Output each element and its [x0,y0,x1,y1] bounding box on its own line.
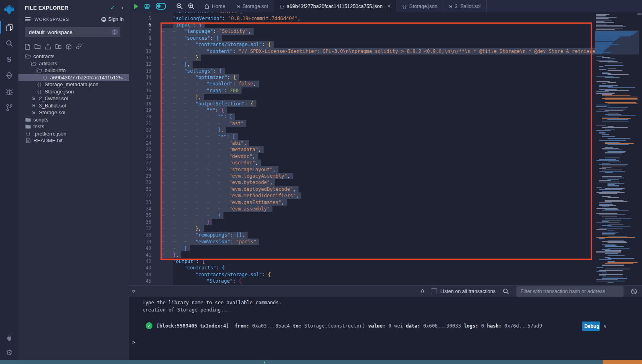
code-token: "remappings" [195,232,230,238]
settings-gear-icon[interactable]: ⚙ [0,345,18,360]
tab-storage-sol[interactable]: SStorage.sol [231,0,274,12]
line-number: 37 [129,226,151,231]
code-token: "abi" [229,140,244,146]
tree-item--prettierrc-json[interactable]: {}.prettierrc.json [18,130,129,138]
indent: →→ [162,68,184,73]
code-line: 19→→→→"*": { [129,107,595,113]
tree-item-storage-sol[interactable]: SStorage.sol [18,109,129,116]
link-icon[interactable] [76,44,82,50]
tree-item-2-owner-sol[interactable]: S2_Owner.sol [18,95,129,102]
tree-item-storage-json[interactable]: {}Storage.json [18,88,129,95]
git-icon[interactable] [0,99,18,115]
tree-item-artifacts[interactable]: artifacts [18,60,129,67]
code-token: [ [232,134,235,140]
terminal-search-icon[interactable] [503,288,509,295]
run-script-button[interactable] [134,4,138,9]
search-icon[interactable] [0,35,18,51]
tree-item-contracts[interactable]: contracts [18,53,129,60]
minimap-line [596,222,620,223]
code-editor[interactable]: 4"solcVersion": "0.8.19",5"solcLongVersi… [129,12,642,285]
tab-3-ballot-sol[interactable]: S3_Ballot.sol [443,0,487,12]
tab-storage-json[interactable]: {}Storage.json [396,0,443,12]
line-number: 17 [129,94,151,100]
listen-checkbox[interactable] [431,288,437,294]
close-tab-icon[interactable]: × [387,3,390,9]
debug-button[interactable]: Debug [582,322,600,331]
tree-item-tests[interactable]: tests [18,123,129,130]
minimap-line [595,40,615,41]
hamburger-menu-icon[interactable] [25,17,30,22]
remix-logo-icon[interactable] [0,0,18,19]
clear-console-icon[interactable] [631,288,637,295]
file-explorer-icon[interactable] [0,19,18,35]
tree-item-readme-txt[interactable]: README.txt [18,137,129,144]
code-line: 7→→"language": "Solidity", [129,28,595,34]
minimap-line [607,197,619,198]
line-number: 44 [129,272,151,277]
code-line: 24→→→→→→"abi", [129,140,595,146]
minimap[interactable] [595,13,639,285]
tree-item-build-info[interactable]: build-info [18,67,129,74]
tab-a69b43f277ba20fcac141151250ca755-json[interactable]: {}a69b43f277ba20fcac141151250ca755.json× [274,0,397,12]
tree-item-label: .prettierrc.json [33,131,66,137]
upload-file-icon[interactable] [45,44,51,50]
code-token: { [221,107,224,113]
minimap-line [602,72,609,73]
code-token: "solcVersion" [173,12,211,14]
terminal-expand-icon[interactable]: » [131,289,137,293]
sign-in-button[interactable]: Sign in [101,16,124,22]
code-token: : [262,272,268,277]
ai-assistant-icon[interactable] [143,3,151,10]
tree-item-scripts[interactable]: scripts [18,116,129,123]
code-token: : [245,101,250,107]
transaction-log-row[interactable]: ✓ [block:5583405 txIndex:4] from: 0xa03.… [146,322,642,329]
workspace-dropdown[interactable]: default_workspace ▴▾ [25,27,120,37]
tx-expand-chevron-icon[interactable]: ∨ [603,323,607,329]
new-file-icon[interactable] [25,44,30,50]
status-bar [0,360,642,364]
scrollbar-thumb[interactable] [637,13,642,15]
zoom-in-icon[interactable] [188,3,195,10]
new-folder-icon[interactable] [35,44,41,50]
upload-folder-icon[interactable] [55,44,61,50]
editor-tabs: HomeSStorage.sol{}a69b43f277ba20fcac1411… [199,0,642,12]
minimap-line [607,248,630,249]
indent: →→→ [162,239,195,244]
tree-item-3-ballot-sol[interactable]: S3_Ballot.sol [18,102,129,109]
listen-all-transactions[interactable]: Listen on all transactions [431,288,496,294]
terminal-prompt[interactable]: > [132,340,642,345]
line-number: 45 [129,278,151,284]
code-token: "input" [173,22,193,28]
minimap-line [605,77,620,78]
tab-home[interactable]: Home [199,0,231,12]
plugin-manager-icon[interactable] [0,331,18,345]
tree-item-a69b43f277ba20fcac141151250ca7-[interactable]: {}a69b43f277ba20fcac141151250ca7... [18,74,129,81]
chevron-right-icon[interactable]: › [122,4,124,11]
minimap-line [605,114,622,115]
minimap-line [602,163,610,164]
toolbar-divider [171,3,171,10]
minimap-line [602,166,626,166]
ai-toggle[interactable] [156,3,166,10]
indent: →→→→ [162,49,207,54]
minimap-line [596,17,617,18]
minimap-line [596,130,611,131]
editor-scrollbar[interactable] [639,12,642,285]
line-number: 40 [129,245,151,251]
minimap-line [602,127,628,128]
line-number: 29 [129,173,151,179]
code-line: 5"solcLongVersion": "0.8.19+commit.7dd6d… [129,15,595,21]
tree-item-storage-metadata-json[interactable]: {}Storage_metadata.json [18,81,129,88]
minimap-line [602,191,620,192]
debugger-icon[interactable] [0,83,18,99]
zoom-out-icon[interactable] [176,3,183,10]
terminal[interactable]: Type the library name to see available c… [129,297,642,360]
code-token: "userdoc" [229,160,255,166]
line-number: 16 [129,88,151,93]
cube-icon[interactable] [66,44,71,50]
code-line: 32→→→→→→"evm.methodIdentifiers", [129,192,595,199]
solidity-compiler-icon[interactable]: S [0,51,18,67]
deploy-run-icon[interactable] [0,67,18,83]
transaction-filter-input[interactable] [516,286,624,297]
minimap-line [607,87,635,88]
